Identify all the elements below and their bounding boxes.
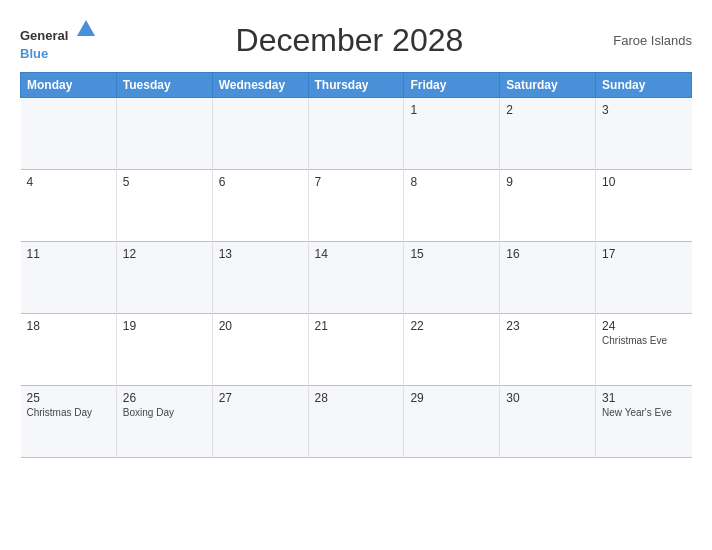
- day-number: 26: [123, 391, 206, 405]
- calendar-cell: 14: [308, 242, 404, 314]
- calendar-cell: 25Christmas Day: [21, 386, 117, 458]
- day-number: 30: [506, 391, 589, 405]
- calendar-cell: 1: [404, 98, 500, 170]
- calendar-cell: 11: [21, 242, 117, 314]
- calendar-row: 123: [21, 98, 692, 170]
- weekday-header: Monday: [21, 73, 117, 98]
- day-number: 24: [602, 319, 685, 333]
- month-title: December 2028: [97, 22, 602, 59]
- calendar-cell: 21: [308, 314, 404, 386]
- day-number: 23: [506, 319, 589, 333]
- weekday-header: Saturday: [500, 73, 596, 98]
- calendar-cell: 10: [596, 170, 692, 242]
- calendar-row: 25Christmas Day26Boxing Day2728293031New…: [21, 386, 692, 458]
- day-number: 17: [602, 247, 685, 261]
- calendar-cell: 27: [212, 386, 308, 458]
- day-number: 15: [410, 247, 493, 261]
- day-number: 29: [410, 391, 493, 405]
- day-number: 13: [219, 247, 302, 261]
- calendar-cell: 28: [308, 386, 404, 458]
- calendar-cell: 16: [500, 242, 596, 314]
- calendar-cell: 22: [404, 314, 500, 386]
- calendar-row: 11121314151617: [21, 242, 692, 314]
- day-number: 8: [410, 175, 493, 189]
- day-number: 6: [219, 175, 302, 189]
- day-number: 25: [27, 391, 110, 405]
- day-number: 10: [602, 175, 685, 189]
- logo: General Blue: [20, 18, 97, 62]
- calendar-cell: 2: [500, 98, 596, 170]
- day-number: 16: [506, 247, 589, 261]
- day-number: 20: [219, 319, 302, 333]
- logo-blue: Blue: [20, 46, 48, 61]
- calendar-cell: 23: [500, 314, 596, 386]
- calendar-cell: 12: [116, 242, 212, 314]
- day-number: 9: [506, 175, 589, 189]
- day-number: 27: [219, 391, 302, 405]
- day-number: 11: [27, 247, 110, 261]
- weekday-header-row: MondayTuesdayWednesdayThursdayFridaySatu…: [21, 73, 692, 98]
- day-number: 7: [315, 175, 398, 189]
- calendar-cell: 17: [596, 242, 692, 314]
- weekday-header: Tuesday: [116, 73, 212, 98]
- calendar-cell: 30: [500, 386, 596, 458]
- day-number: 18: [27, 319, 110, 333]
- day-number: 12: [123, 247, 206, 261]
- calendar-cell: 18: [21, 314, 117, 386]
- weekday-header: Wednesday: [212, 73, 308, 98]
- calendar-cell: 24Christmas Eve: [596, 314, 692, 386]
- logo-general: General: [20, 28, 68, 43]
- calendar-cell: 20: [212, 314, 308, 386]
- calendar-row: 45678910: [21, 170, 692, 242]
- calendar-cell: 26Boxing Day: [116, 386, 212, 458]
- day-event: New Year's Eve: [602, 407, 685, 418]
- region: Faroe Islands: [602, 33, 692, 48]
- day-number: 1: [410, 103, 493, 117]
- day-event: Christmas Day: [27, 407, 110, 418]
- day-number: 28: [315, 391, 398, 405]
- day-number: 21: [315, 319, 398, 333]
- weekday-header: Thursday: [308, 73, 404, 98]
- day-event: Boxing Day: [123, 407, 206, 418]
- weekday-header: Sunday: [596, 73, 692, 98]
- day-number: 31: [602, 391, 685, 405]
- calendar-cell: 8: [404, 170, 500, 242]
- svg-marker-0: [77, 20, 95, 36]
- calendar-cell: 6: [212, 170, 308, 242]
- day-number: 22: [410, 319, 493, 333]
- calendar-cell: 19: [116, 314, 212, 386]
- calendar-cell: 9: [500, 170, 596, 242]
- day-number: 5: [123, 175, 206, 189]
- calendar-page: General Blue December 2028 Faroe Islands…: [0, 0, 712, 550]
- calendar-cell: 15: [404, 242, 500, 314]
- calendar-table: MondayTuesdayWednesdayThursdayFridaySatu…: [20, 72, 692, 458]
- day-number: 19: [123, 319, 206, 333]
- day-number: 3: [602, 103, 685, 117]
- day-number: 14: [315, 247, 398, 261]
- calendar-row: 18192021222324Christmas Eve: [21, 314, 692, 386]
- calendar-cell: [116, 98, 212, 170]
- day-number: 4: [27, 175, 110, 189]
- calendar-cell: 3: [596, 98, 692, 170]
- calendar-cell: 13: [212, 242, 308, 314]
- calendar-cell: 29: [404, 386, 500, 458]
- calendar-cell: 4: [21, 170, 117, 242]
- calendar-body: 123456789101112131415161718192021222324C…: [21, 98, 692, 458]
- weekday-header: Friday: [404, 73, 500, 98]
- day-number: 2: [506, 103, 589, 117]
- calendar-cell: 5: [116, 170, 212, 242]
- calendar-cell: [21, 98, 117, 170]
- logo-icon: [75, 18, 97, 40]
- calendar-cell: [212, 98, 308, 170]
- day-event: Christmas Eve: [602, 335, 685, 346]
- header: General Blue December 2028 Faroe Islands: [20, 18, 692, 62]
- calendar-cell: 7: [308, 170, 404, 242]
- calendar-cell: [308, 98, 404, 170]
- calendar-cell: 31New Year's Eve: [596, 386, 692, 458]
